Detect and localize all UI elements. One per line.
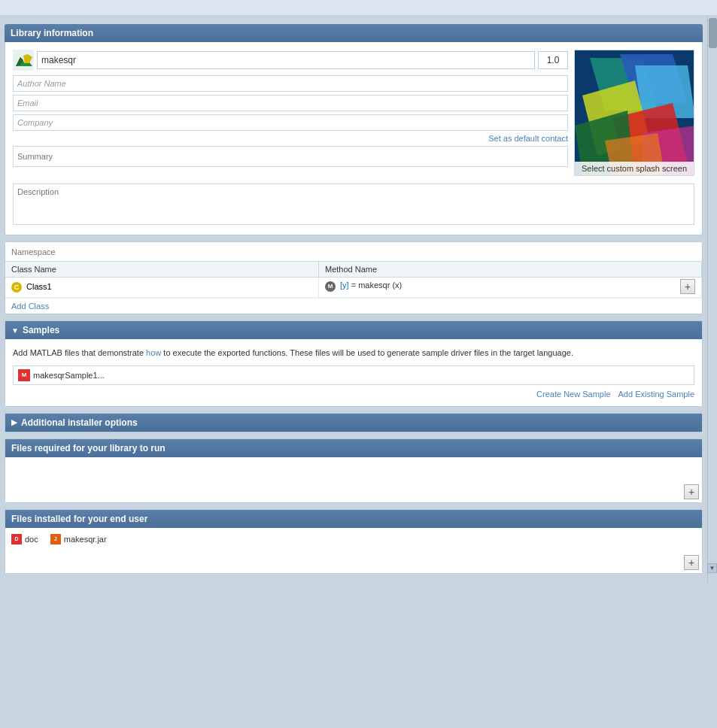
- scrollbar[interactable]: ▼: [707, 15, 717, 583]
- file-item-doc: D doc: [11, 534, 38, 544]
- library-name-input[interactable]: [37, 51, 535, 69]
- class-m-icon: M: [325, 281, 336, 292]
- class-name-col-header: Class Name: [5, 262, 318, 278]
- class-table: Class Name Method Name C Class1 M [y: [5, 262, 702, 298]
- samples-title: Samples: [23, 325, 59, 335]
- doc-file-name: doc: [25, 535, 38, 544]
- how-word: how: [146, 348, 161, 357]
- method-text-label: [y] = makesqr (x): [340, 281, 402, 290]
- author-name-input[interactable]: [13, 75, 568, 92]
- file-item-jar: J makesqr.jar: [50, 534, 107, 544]
- sample-file-box: M makesqrSample1...: [13, 366, 694, 385]
- library-top-row: Set as default contact: [13, 50, 694, 176]
- scrollbar-thumb[interactable]: [709, 18, 717, 48]
- expand-arrow-icon[interactable]: ▶: [11, 418, 17, 426]
- sample-actions: Create New Sample Add Existing Sample: [13, 390, 694, 399]
- library-info-section: Library information: [5, 24, 703, 235]
- class-name-label: Class1: [26, 282, 52, 291]
- matlab-icon: [13, 50, 34, 71]
- library-info-body: Set as default contact: [5, 42, 703, 235]
- installer-section: ▶ Additional installer options: [5, 413, 703, 432]
- scroll-down-button[interactable]: ▼: [707, 563, 717, 573]
- files-installed-header: Files installed for your end user: [5, 510, 702, 528]
- version-input[interactable]: [538, 51, 568, 69]
- splash-label[interactable]: Select custom splash screen: [575, 162, 694, 175]
- method-name-cell: M [y] = makesqr (x) +: [318, 278, 701, 298]
- files-required-body: +: [5, 457, 702, 502]
- add-existing-sample-link[interactable]: Add Existing Sample: [618, 390, 695, 399]
- description-input[interactable]: [13, 184, 694, 225]
- samples-header: ▼ Samples: [5, 321, 702, 339]
- sample-file-icon: M: [18, 369, 30, 381]
- email-input[interactable]: [13, 95, 568, 111]
- splash-screen-selector[interactable]: Select custom splash screen: [574, 50, 694, 176]
- name-version-row: [13, 50, 568, 71]
- samples-body: Add MATLAB files that demonstrate how to…: [5, 339, 702, 406]
- library-info-header: Library information: [5, 24, 703, 42]
- files-required-add-button[interactable]: +: [684, 484, 699, 499]
- wavy-top-decoration: [0, 0, 717, 15]
- create-new-sample-link[interactable]: Create New Sample: [536, 390, 610, 399]
- add-class-link[interactable]: Add Class: [5, 298, 702, 314]
- class-name-cell: C Class1: [5, 278, 318, 298]
- class-c-icon: C: [11, 282, 22, 293]
- jar-file-name: makesqr.jar: [64, 535, 107, 544]
- set-default-link[interactable]: Set as default contact: [13, 134, 568, 143]
- files-installed-body: D doc J makesqr.jar +: [5, 528, 702, 573]
- installer-title: Additional installer options: [21, 417, 138, 428]
- library-form-col: Set as default contact: [13, 50, 568, 176]
- method-name-col-header: Method Name: [318, 262, 701, 278]
- files-required-header: Files required for your library to run: [5, 439, 702, 457]
- jar-file-icon: J: [50, 534, 61, 544]
- installer-header[interactable]: ▶ Additional installer options: [5, 414, 702, 432]
- add-method-button[interactable]: +: [680, 279, 695, 294]
- class-row[interactable]: C Class1 M [y] = makesqr (x) +: [5, 278, 702, 298]
- splash-col: Select custom splash screen: [574, 50, 694, 176]
- company-input[interactable]: [13, 114, 568, 131]
- doc-file-icon: D: [11, 534, 22, 544]
- files-required-section: Files required for your library to run +: [5, 438, 703, 503]
- sample-file-name: makesqrSample1...: [33, 371, 105, 380]
- files-installed-add-button[interactable]: +: [684, 555, 699, 570]
- files-installed-section: Files installed for your end user D doc …: [5, 509, 703, 574]
- collapse-arrow-icon[interactable]: ▼: [11, 326, 19, 335]
- samples-description: Add MATLAB files that demonstrate how to…: [13, 347, 694, 359]
- namespace-section: Class Name Method Name C Class1 M [y: [5, 241, 703, 314]
- summary-input[interactable]: [13, 146, 568, 167]
- namespace-input[interactable]: [5, 242, 702, 262]
- samples-section: ▼ Samples Add MATLAB files that demonstr…: [5, 320, 703, 407]
